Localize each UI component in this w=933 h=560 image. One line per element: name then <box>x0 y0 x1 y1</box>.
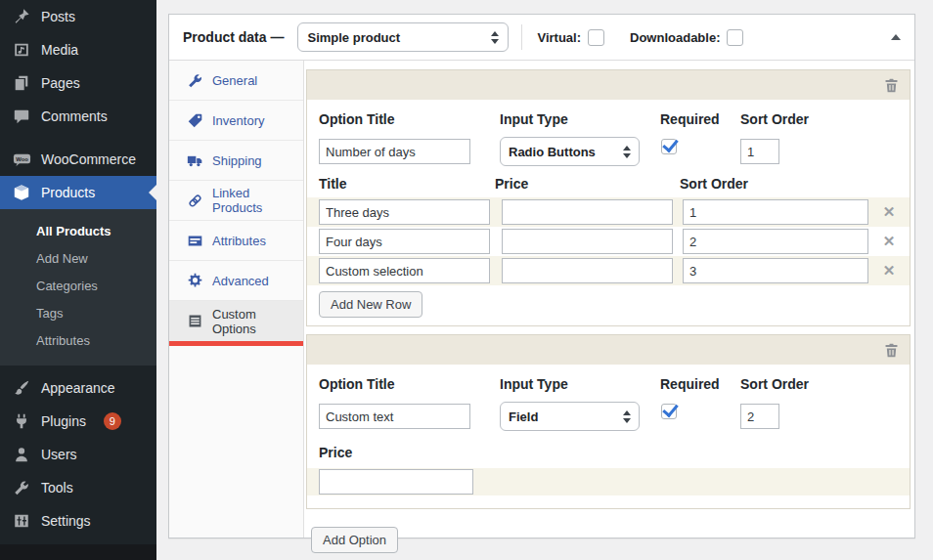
sort-order-input[interactable] <box>740 404 779 429</box>
row-sort-input[interactable] <box>683 199 868 225</box>
sidebar-item-settings[interactable]: Settings <box>0 504 156 538</box>
tab-general[interactable]: General <box>169 61 303 101</box>
sidebar-item-label: Appearance <box>41 380 115 396</box>
media-icon <box>12 40 31 60</box>
settings-icon <box>12 511 31 531</box>
option-title-input[interactable] <box>319 404 470 429</box>
row-price-input[interactable] <box>502 199 673 225</box>
plug-icon <box>12 411 31 431</box>
sidebar-item-products[interactable]: Products <box>0 176 156 209</box>
pin-icon <box>12 7 31 26</box>
select-spinner-icon <box>483 31 499 44</box>
select-spinner-icon <box>615 410 631 423</box>
sidebar-item-media[interactable]: Media <box>0 33 156 66</box>
sidebar-item-posts[interactable]: Posts <box>0 0 156 33</box>
input-type-label: Input Type <box>500 376 660 392</box>
sidebar-item-label: Posts <box>41 9 75 24</box>
gear-icon <box>187 273 203 289</box>
woocommerce-icon: Woo <box>12 150 31 169</box>
sidebar-item-label: Comments <box>41 108 108 124</box>
row-title-input[interactable] <box>319 229 490 254</box>
row-price-input[interactable] <box>502 258 673 283</box>
product-type-value: Simple product <box>307 30 400 45</box>
delete-row-icon[interactable]: ✕ <box>880 203 898 221</box>
panel-title: Product data — <box>183 29 284 45</box>
price-input[interactable] <box>319 469 473 495</box>
input-type-value: Field <box>509 409 538 424</box>
virtual-checkbox[interactable] <box>588 29 604 46</box>
submenu-item-categories[interactable]: Categories <box>0 272 156 299</box>
row-title-header: Title <box>319 176 495 192</box>
row-sort-header: Sort Order <box>680 176 898 192</box>
row-price-input[interactable] <box>502 229 673 254</box>
pages-icon <box>12 73 31 93</box>
tab-linked-products[interactable]: Linked Products <box>169 181 303 221</box>
sidebar-item-label: WooCommerce <box>41 151 136 167</box>
sidebar-item-pages[interactable]: Pages <box>0 66 156 100</box>
row-title-input[interactable] <box>319 258 490 283</box>
option-panel-header <box>307 70 910 100</box>
required-checkbox[interactable] <box>661 139 677 154</box>
row-price-header: Price <box>495 176 680 192</box>
delete-row-icon[interactable]: ✕ <box>880 233 898 250</box>
table-icon <box>187 313 203 329</box>
option-panel-1: Option Title Input Type Radio Buttons <box>306 69 911 326</box>
row-sort-input[interactable] <box>683 258 868 283</box>
sidebar-item-label: Products <box>41 185 95 200</box>
required-label: Required <box>660 376 740 392</box>
sidebar-item-tools[interactable]: Tools <box>0 471 156 504</box>
divider <box>521 24 522 50</box>
sidebar-item-users[interactable]: Users <box>0 438 156 471</box>
product-type-select[interactable]: Simple product <box>297 22 509 52</box>
tab-advanced[interactable]: Advanced <box>169 261 303 301</box>
submenu-item-attributes[interactable]: Attributes <box>0 326 156 354</box>
collapse-menu-strip[interactable] <box>0 544 156 560</box>
option-title-input[interactable] <box>319 139 470 164</box>
row-title-input[interactable] <box>319 199 490 225</box>
add-new-row-button[interactable]: Add New Row <box>319 291 422 318</box>
panel-bottom-padding <box>319 495 898 500</box>
sidebar-item-comments[interactable]: Comments <box>0 100 156 133</box>
active-tab-underline <box>169 341 303 346</box>
sort-order-input[interactable] <box>740 139 779 164</box>
submenu-item-add-new[interactable]: Add New <box>0 244 156 272</box>
sidebar-item-plugins[interactable]: Plugins 9 <box>0 405 156 438</box>
submenu-item-all-products[interactable]: All Products <box>0 217 156 244</box>
select-spinner-icon <box>615 146 631 158</box>
input-type-select[interactable]: Field <box>500 402 640 431</box>
product-data-body: General Inventory Shipping Linked Produc… <box>169 61 914 538</box>
input-type-label: Input Type <box>500 111 660 127</box>
sidebar-item-label: Tools <box>41 480 73 495</box>
virtual-label: Virtual: <box>537 30 581 45</box>
input-type-select[interactable]: Radio Buttons <box>500 137 640 166</box>
collapse-panel-arrow-icon[interactable] <box>891 34 901 40</box>
brush-icon <box>12 378 31 398</box>
option-panel-header <box>307 335 910 365</box>
table-row: ✕ <box>307 197 910 227</box>
required-checkbox[interactable] <box>661 404 677 419</box>
tab-inventory[interactable]: Inventory <box>169 101 303 141</box>
submenu-item-tags[interactable]: Tags <box>0 299 156 326</box>
row-sort-input[interactable] <box>683 229 868 254</box>
trash-icon[interactable] <box>883 77 900 94</box>
delete-row-icon[interactable]: ✕ <box>880 262 898 280</box>
sidebar-item-label: Pages <box>41 75 80 91</box>
option-panel-2: Option Title Input Type Field <box>306 334 911 509</box>
tab-attributes[interactable]: Attributes <box>169 221 303 261</box>
product-data-header: Product data — Simple product Virtual: D… <box>169 15 914 61</box>
downloadable-checkbox[interactable] <box>727 29 743 46</box>
sidebar-item-appearance[interactable]: Appearance <box>0 371 156 405</box>
wrench-icon <box>12 478 31 497</box>
svg-text:Woo: Woo <box>16 156 28 162</box>
admin-sidebar: Posts Media Pages Comments Woo WooCommer… <box>0 0 156 560</box>
link-icon <box>187 193 203 209</box>
tab-custom-options[interactable]: Custom Options <box>169 301 303 341</box>
add-option-button[interactable]: Add Option <box>311 527 398 553</box>
sort-order-label: Sort Order <box>740 111 799 127</box>
menu-separator <box>0 133 156 143</box>
sidebar-item-label: Settings <box>41 513 91 529</box>
trash-icon[interactable] <box>883 342 900 359</box>
sidebar-item-woocommerce[interactable]: Woo WooCommerce <box>0 143 156 176</box>
product-data-panel: Product data — Simple product Virtual: D… <box>168 14 915 538</box>
tab-shipping[interactable]: Shipping <box>169 141 303 181</box>
